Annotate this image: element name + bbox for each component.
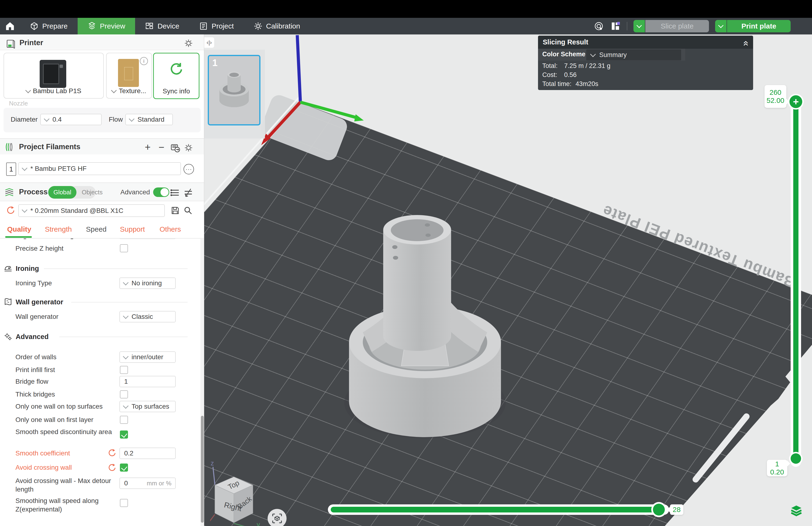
tab-project[interactable]: Project [189, 18, 244, 34]
print-infill-first-checkbox[interactable] [120, 366, 128, 374]
smoothing-wall-speed-label: Smoothing wall speed along Z(experimenta… [15, 497, 117, 514]
flow-dropdown[interactable]: Standard [125, 114, 173, 125]
model-3d[interactable] [344, 215, 506, 438]
process-preset-dropdown[interactable]: * 0.20mm Standard @BBL X1C [18, 204, 165, 217]
scene-decorations: Bambu Textured PEI Plate [204, 34, 812, 526]
navigation-cube[interactable]: z y x Top Right Back [210, 460, 265, 526]
slice-plate-button[interactable]: Slice plate [645, 20, 709, 32]
add-filament-button[interactable]: + [143, 142, 153, 153]
sync-icon [169, 61, 184, 77]
only-one-wall-first-layer-label: Only one wall on first layer [15, 415, 117, 424]
time-value: 43m20s [576, 80, 598, 88]
smooth-speed-discontinuity-checkbox[interactable] [120, 430, 128, 439]
search-icon[interactable] [183, 206, 193, 215]
avoid-crossing-wall-checkbox[interactable] [120, 464, 128, 472]
slice-plate-split-button: Slice plate [634, 20, 709, 32]
nozzle-label: Nozzle [9, 100, 28, 107]
filament-settings-gear-icon[interactable] [183, 143, 194, 153]
scope-global[interactable]: Global [48, 186, 76, 199]
tab-speed[interactable]: Speed [86, 225, 106, 233]
fit-view-button[interactable] [267, 509, 287, 526]
thick-bridges-checkbox[interactable] [120, 390, 128, 398]
tab-others[interactable]: Others [160, 225, 181, 233]
layer-slider-top-tooltip: 260 52.00 [765, 85, 786, 108]
plate-thumbnail-panel: 1 [204, 49, 265, 139]
chevron-down-icon [637, 23, 642, 28]
viewport-3d[interactable]: Bambu Textured PEI Plate [204, 34, 812, 526]
toolbar-separator [627, 22, 627, 30]
only-one-wall-top-dropdown[interactable]: Top surfaces [119, 401, 176, 412]
order-of-walls-dropdown[interactable]: inner/outer [119, 351, 176, 363]
printer-settings-gear-icon[interactable] [183, 38, 194, 48]
layers-view-icon[interactable] [790, 505, 802, 516]
smooth-coefficient-input[interactable] [124, 449, 171, 457]
ironing-type-dropdown[interactable]: No ironing [119, 278, 176, 289]
divider [0, 49, 204, 50]
wall-generator-dropdown[interactable]: Classic [119, 311, 176, 323]
printer-icon [6, 39, 16, 48]
only-one-wall-top-label: Only one wall on top surfaces [15, 402, 117, 411]
ams-sync-icon[interactable] [170, 143, 180, 153]
scope-objects[interactable]: Objects [76, 186, 108, 199]
plate-thumbnail[interactable]: 1 [208, 55, 260, 126]
nozzle-diameter-dropdown[interactable]: 0.4 [40, 114, 102, 125]
cube-axis-z: z [211, 460, 214, 467]
advanced-section-icon [3, 332, 13, 341]
tab-preview-label: Preview [100, 22, 125, 30]
tab-prepare[interactable]: Prepare [20, 18, 78, 34]
tab-preview[interactable]: Preview [78, 18, 135, 34]
tab-quality[interactable]: Quality [7, 225, 31, 233]
settings-scrollbar-thumb[interactable] [201, 416, 204, 523]
filament-dropdown[interactable]: * Bambu PETG HF [18, 162, 181, 175]
plate-type-card[interactable]: i Texture... [106, 53, 152, 99]
tab-strength[interactable]: Strength [45, 225, 72, 233]
only-one-wall-first-layer-checkbox[interactable] [120, 416, 128, 424]
wall-generator-section-title: Wall generator [16, 298, 63, 306]
advanced-toggle[interactable] [153, 187, 169, 197]
layer-slider-fill [793, 102, 798, 458]
remove-filament-button[interactable]: − [156, 142, 167, 153]
ironing-section-title: Ironing [16, 265, 39, 272]
diameter-label: Diameter [11, 116, 38, 123]
slice-plate-dropdown[interactable] [634, 20, 645, 32]
home-button[interactable] [0, 18, 20, 34]
sync-info-button[interactable]: Sync info [153, 53, 200, 99]
option-list-icon[interactable] [171, 188, 180, 198]
cost-label: Cost: [542, 71, 557, 79]
process-icon [4, 187, 14, 197]
plate-brand-text: Bambu Textured PEI Plate [600, 202, 797, 291]
calibration-icon [254, 22, 262, 30]
tab-device[interactable]: Device [135, 18, 189, 34]
chevron-down-icon [129, 116, 134, 122]
plate-type-name: Texture... [119, 87, 146, 95]
info-icon[interactable]: i [140, 57, 148, 65]
filament-slot-number[interactable]: 1 [6, 162, 16, 176]
collapse-chevrons-icon[interactable]: « [741, 41, 752, 46]
tab-calibration[interactable]: Calibration [244, 18, 310, 34]
smoothing-wall-speed-checkbox[interactable] [120, 499, 128, 507]
smooth-speed-discontinuity-label: Smooth speed discontinuity area [15, 428, 117, 436]
compare-presets-icon[interactable] [183, 188, 193, 198]
printer-model-card[interactable]: Bambu Lab P1S [3, 53, 104, 99]
collapse-panel-button[interactable]: ‹|› [204, 37, 214, 48]
precise-z-checkbox[interactable] [120, 244, 128, 252]
filament-more-options-icon[interactable]: ··· [184, 164, 194, 174]
step-slider-handle-dot[interactable] [653, 504, 665, 515]
clipped-dropdown[interactable] [119, 238, 176, 239]
printer-image [40, 60, 66, 88]
color-scheme-dropdown[interactable]: Summary [586, 49, 681, 60]
arrange-layout-icon[interactable] [610, 21, 621, 31]
titlebar-strip [0, 0, 812, 18]
print-plate-dropdown[interactable] [715, 20, 726, 32]
bridge-flow-input[interactable] [124, 378, 171, 386]
cube-axis-y: y [257, 521, 260, 526]
process-section-title: Process [19, 188, 48, 196]
chevron-down-icon [123, 403, 128, 409]
print-plate-button[interactable]: Print plate [727, 20, 791, 32]
max-detour-input[interactable] [124, 479, 144, 487]
save-preset-icon[interactable] [171, 206, 180, 215]
cube-axis-x: x [210, 524, 214, 526]
preset-modified-icon[interactable] [6, 206, 15, 215]
tab-support[interactable]: Support [120, 225, 145, 233]
spiral-vase-icon[interactable] [594, 21, 604, 31]
